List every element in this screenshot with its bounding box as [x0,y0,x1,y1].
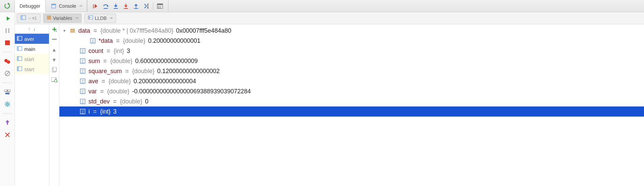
var-value: 0.20000000000001 [148,36,200,46]
move-up-icon[interactable]: ▲ [51,46,57,53]
force-step-into-icon[interactable] [123,3,129,9]
mute-breakpoints-icon[interactable] [4,70,11,77]
primitive-icon: 1001 [80,78,86,84]
view-breakpoints-icon[interactable] [4,58,11,65]
layout-settings-icon[interactable] [4,88,11,96]
svg-rect-1 [52,4,56,5]
svg-rect-42 [17,57,19,61]
expand-toggle-icon[interactable]: ▼ [62,26,67,36]
primitive-icon: 1001 [80,108,86,115]
show-watches-icon[interactable] [51,77,57,83]
frames-list[interactable]: avermainstartstart [15,34,49,186]
variable-row[interactable]: 1001std_dev={double} 0 [59,96,644,106]
var-name: data [78,26,90,36]
pin-tab-icon[interactable] [4,119,11,126]
svg-rect-9 [160,6,161,7]
debugger-sub-tabs: ←≡1 Variables ⇥ LLDB ⇥ [15,12,644,24]
run-to-cursor-icon[interactable] [143,3,150,9]
add-watch-icon[interactable] [51,26,57,32]
var-value: 3 [127,46,130,56]
remove-watch-icon[interactable] [51,36,57,42]
variable-row[interactable]: 1001ave={double} 0.20000000000000004 [59,76,644,86]
stop-icon[interactable] [4,39,11,46]
variable-row[interactable]: 1001var={double} -0.00000000000000006938… [59,86,644,96]
pause-icon[interactable] [4,27,11,34]
var-name: square_sum [88,66,122,76]
primitive-icon: 1001 [80,88,86,94]
frames-pin-tab[interactable]: ←≡1 [17,13,41,23]
tab-variables[interactable]: Variables ⇥ [43,13,82,23]
step-over-icon[interactable] [102,3,109,9]
svg-line-28 [9,105,9,106]
svg-rect-19 [4,90,7,92]
svg-point-16 [7,60,10,64]
svg-text:01: 01 [82,61,84,63]
tab-lldb[interactable]: LLDB ⇥ [84,13,116,23]
frames-icon [21,15,26,21]
frame-item[interactable]: start [15,64,49,74]
step-buttons-group [87,0,168,12]
var-value: 0.20000000000000004 [134,76,196,86]
equals-sign: = [113,96,117,106]
thread-icon: ←≡1 [28,16,37,21]
next-frame-icon[interactable]: ↓ [33,26,36,32]
svg-rect-4 [124,8,128,9]
step-into-icon[interactable] [112,3,119,9]
svg-rect-50 [70,29,75,30]
separator [3,52,11,52]
close-icon[interactable] [4,131,11,138]
show-execution-point-icon[interactable] [92,3,99,9]
variable-row[interactable]: 1001sum={double} 0.60000000000000009 [59,56,644,66]
tab-label: Debugger [20,3,41,9]
var-name: *data [99,36,113,46]
var-type: {double} [123,36,145,46]
variable-row[interactable]: 1001i={int} 3 [59,106,644,117]
svg-text:01: 01 [82,51,84,53]
svg-line-30 [9,102,9,103]
svg-rect-36 [88,16,93,20]
tab-debugger[interactable]: Debugger [15,0,46,12]
evaluate-expression-icon[interactable] [157,3,163,9]
variable-row[interactable]: 1001count={int} 3 [59,46,644,56]
settings-gear-icon[interactable] [4,100,11,108]
equals-sign: = [93,106,97,117]
resume-icon[interactable] [4,15,11,22]
svg-rect-3 [114,8,118,9]
svg-rect-52 [70,32,75,32]
svg-rect-13 [8,28,9,33]
variable-row[interactable]: 1001square_sum={double} 0.12000000000000… [59,66,644,76]
separator [3,83,11,83]
rerun-button[interactable] [0,0,15,12]
svg-rect-21 [5,93,9,94]
svg-line-18 [5,71,9,75]
variable-row[interactable]: 1001*data={double} 0.20000000000001 [59,36,644,46]
frame-icon [17,56,22,62]
frame-item[interactable]: start [15,54,49,64]
step-out-icon[interactable] [133,3,139,9]
svg-line-27 [5,102,6,103]
debugger-main: ↑ ↓ avermainstartstart ▲ ▼ ▼data={double… [15,24,644,186]
var-value: 3 [113,106,117,117]
tab-console[interactable]: Console ⇥ [46,0,87,12]
struct-icon [70,28,76,34]
frame-item[interactable]: main [15,44,49,54]
equals-sign: = [125,66,129,76]
variable-row[interactable]: ▼data={double * | 0x7fff5e484a80} 0x0000… [59,26,644,36]
var-name: count [88,46,103,56]
prev-frame-icon[interactable]: ↑ [28,26,31,32]
variables-tree[interactable]: ▼data={double * | 0x7fff5e484a80} 0x0000… [59,24,644,186]
svg-text:01: 01 [82,71,84,73]
separator [3,113,11,114]
primitive-icon: 1001 [80,68,86,74]
primitive-icon: 1001 [80,58,86,64]
svg-rect-34 [47,17,51,18]
var-type: {double} [109,76,131,86]
svg-rect-20 [8,90,10,92]
move-down-icon[interactable]: ▼ [51,57,57,63]
svg-rect-32 [21,16,23,20]
var-type: {int} [114,46,124,56]
duplicate-watch-icon[interactable] [51,67,57,73]
frame-item[interactable]: aver [15,34,49,44]
var-name: i [88,106,90,117]
svg-text:01: 01 [82,82,84,84]
